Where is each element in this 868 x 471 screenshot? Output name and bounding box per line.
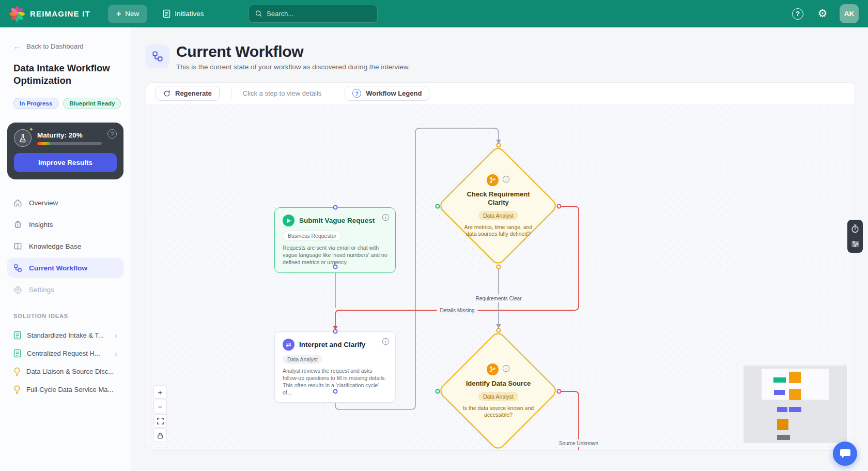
settings-button[interactable]: ⚙: [814, 5, 831, 23]
branch-icon: [487, 174, 499, 186]
gear-icon: [13, 285, 22, 294]
node-title: Check Requirement Clarity: [460, 190, 536, 207]
minimap[interactable]: [743, 366, 847, 443]
connection-handle: [557, 389, 562, 394]
lock-button[interactable]: [153, 429, 167, 442]
sidebar-nav: Overview Insights Knowledge Base: [7, 193, 123, 299]
sidebar-item-overview[interactable]: Overview: [7, 193, 123, 212]
status-badge-blueprint-ready: Blueprint Ready: [63, 98, 121, 109]
node-title: Identify Data Source: [466, 379, 531, 388]
chat-icon: [840, 449, 851, 459]
minimap-node: [774, 390, 785, 395]
connection-handle: [557, 204, 562, 209]
improve-results-button[interactable]: Improve Results: [14, 153, 117, 172]
search-box[interactable]: [249, 5, 378, 23]
page-subtitle: This is the current state of your workfl…: [176, 63, 410, 71]
info-icon[interactable]: [382, 214, 390, 223]
sidebar-item-knowledge-base[interactable]: Knowledge Base: [7, 236, 123, 256]
sliders-icon: [851, 240, 859, 248]
document-icon: [13, 331, 21, 340]
solution-idea-centralized-request[interactable]: Centralized Request H... ›: [7, 344, 123, 362]
info-icon[interactable]: [502, 364, 510, 374]
chat-launcher-button[interactable]: [833, 442, 857, 466]
connection-handle: [333, 205, 338, 210]
connection-handle: [497, 143, 501, 148]
node-submit-vague-request[interactable]: Submit Vague Request Business Requestor …: [274, 207, 396, 273]
node-description: Requests are sent via email or chat with…: [283, 245, 388, 266]
regenerate-button[interactable]: Regenerate: [156, 86, 220, 101]
info-icon[interactable]: [502, 175, 510, 185]
status-badge-in-progress: In Progress: [13, 98, 58, 109]
regenerate-label: Regenerate: [175, 89, 212, 97]
plus-icon: +: [116, 10, 121, 18]
edge-label-details-missing: Details Missing: [437, 307, 477, 314]
gear-icon: ⚙: [818, 8, 828, 19]
document-icon: [13, 349, 21, 358]
connection-handle: [333, 329, 338, 334]
fit-view-button[interactable]: [153, 414, 167, 428]
stopwatch-icon: [851, 224, 859, 233]
search-input[interactable]: [267, 10, 371, 18]
search-icon: [255, 10, 262, 18]
brand-name: REIMAGINE IT: [30, 9, 90, 18]
maturity-help-button[interactable]: ?: [107, 129, 117, 139]
page-title: Current Workflow: [176, 43, 410, 60]
zoom-in-button[interactable]: +: [153, 385, 167, 399]
node-description: Is the data source known and accessible?: [460, 405, 536, 419]
connection-handle: [333, 389, 338, 394]
toolbar-divider: [231, 88, 231, 99]
lightbulb-icon: [13, 385, 21, 394]
minimap-node: [777, 407, 787, 412]
workflow-icon: [146, 44, 169, 68]
main-content: Current Workflow This is the current sta…: [131, 27, 868, 471]
solution-idea-label: Standardized Intake & T...: [27, 331, 109, 339]
back-to-dashboard-link[interactable]: ← Back to Dashboard: [7, 42, 123, 51]
solution-idea-full-cycle[interactable]: Full-Cycle Data Service Ma...: [7, 381, 123, 399]
sidebar-item-settings[interactable]: Settings: [7, 280, 123, 299]
node-title: Submit Vague Request: [299, 217, 375, 224]
toolbar-hint: Click a step to view details: [243, 89, 321, 97]
info-icon[interactable]: [382, 338, 390, 347]
sidebar-item-insights[interactable]: Insights: [7, 215, 123, 234]
minimap-node: [777, 419, 788, 430]
canvas-controls: + −: [153, 385, 167, 442]
adjust-settings-button[interactable]: [849, 238, 861, 250]
timer-button[interactable]: [849, 223, 861, 234]
node-check-requirement-clarity[interactable]: Check Requirement Clarity Data Analyst A…: [438, 145, 559, 267]
back-link-label: Back to Dashboard: [26, 42, 84, 50]
refresh-icon: [163, 90, 171, 97]
node-role-badge: Data Analyst: [478, 392, 518, 401]
node-role-badge: Data Analyst: [283, 355, 322, 364]
maturity-progress-fill: [37, 142, 50, 145]
workflow-legend-button[interactable]: ? Workflow Legend: [345, 86, 429, 101]
connection-handle: [436, 389, 440, 394]
logo-pinwheel-icon: [9, 6, 25, 22]
solution-idea-data-liaison[interactable]: Data Liaison & Source Disc...: [7, 362, 123, 381]
minimap-node: [789, 407, 801, 412]
swap-arrows-icon: ⇄: [283, 339, 295, 351]
maturity-progress-bar: [37, 142, 102, 145]
initiatives-button[interactable]: Initiatives: [154, 5, 212, 23]
node-role-badge: Data Analyst: [478, 211, 518, 220]
user-avatar[interactable]: AK: [840, 4, 859, 23]
solution-idea-label: Full-Cycle Data Service Ma...: [26, 386, 117, 393]
solution-idea-standardized-intake[interactable]: Standardized Intake & T... ›: [7, 326, 123, 344]
connection-handle: [497, 328, 501, 333]
sidebar-item-current-workflow[interactable]: Current Workflow: [7, 258, 123, 278]
app-window: REIMAGINE IT + New Initiatives ?: [0, 0, 868, 471]
help-button[interactable]: ?: [789, 5, 807, 23]
play-icon: [283, 215, 295, 226]
brain-icon: [13, 220, 22, 229]
new-button[interactable]: + New: [108, 5, 147, 23]
branch-icon: [487, 363, 499, 375]
book-icon: [13, 242, 22, 251]
edge-label-source-unknown: Source Unknown: [556, 439, 601, 447]
project-title: Data Intake Workflow Optimization: [7, 62, 123, 86]
chevron-right-icon: ›: [115, 331, 117, 340]
legend-label: Workflow Legend: [366, 89, 422, 97]
brand[interactable]: REIMAGINE IT: [9, 6, 90, 22]
node-identify-data-source[interactable]: Identify Data Source Data Analyst Is the…: [438, 330, 559, 450]
zoom-out-button[interactable]: −: [153, 400, 167, 413]
node-role-badge: Business Requestor: [283, 231, 342, 241]
workflow-canvas[interactable]: Requirements Clear Details Missing Sourc…: [146, 104, 855, 450]
